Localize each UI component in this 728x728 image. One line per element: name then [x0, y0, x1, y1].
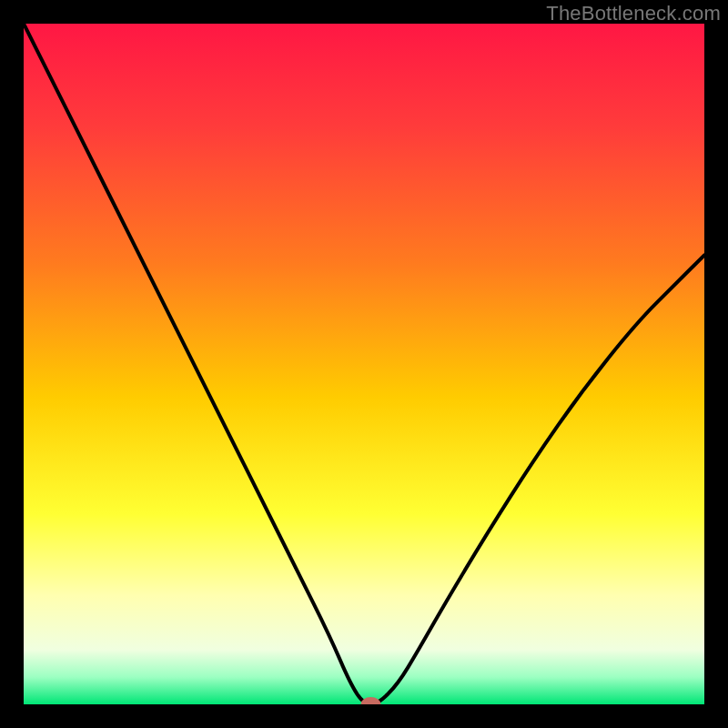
optimal-marker: [360, 697, 380, 712]
bottleneck-chart: [0, 0, 728, 728]
chart-container: TheBottleneck.com: [0, 0, 728, 728]
attribution-label: TheBottleneck.com: [546, 2, 721, 25]
